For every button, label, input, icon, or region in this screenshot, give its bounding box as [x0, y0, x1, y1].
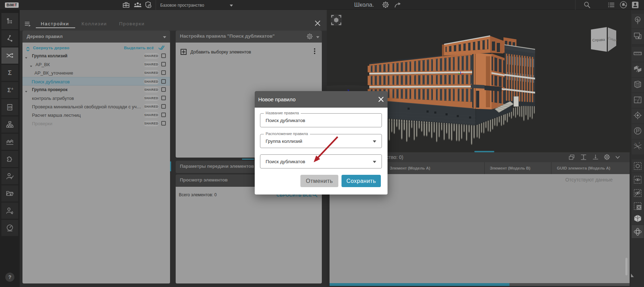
svg-text:2: 2 — [639, 142, 640, 144]
svg-text:+: + — [11, 87, 13, 91]
svg-text:Σ: Σ — [7, 87, 11, 94]
svg-text:1: 1 — [635, 142, 636, 145]
svg-text:Σ: Σ — [8, 69, 12, 76]
svg-text:Справа: Справа — [592, 37, 605, 43]
svg-text:2D: 2D — [8, 106, 12, 109]
